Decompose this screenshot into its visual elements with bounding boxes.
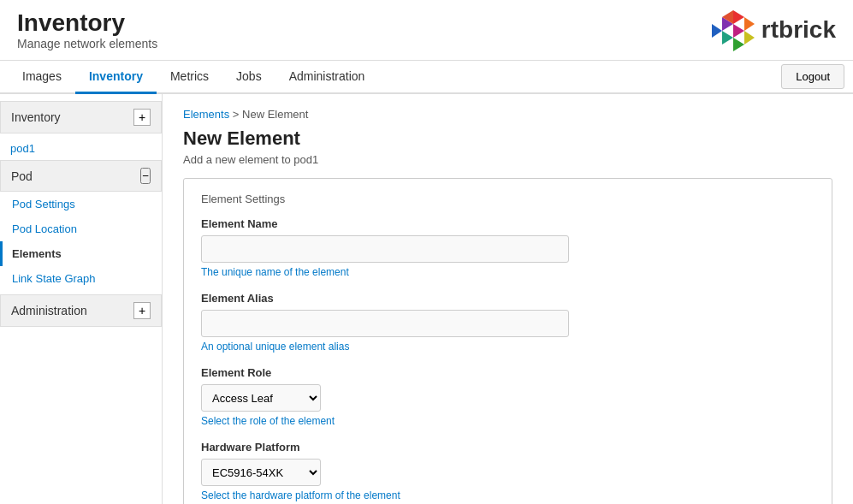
svg-marker-7 [733, 24, 744, 38]
svg-marker-3 [733, 38, 744, 51]
sidebar-inventory-header[interactable]: Inventory + [0, 101, 162, 133]
page-title: New Element [183, 127, 832, 150]
element-role-label: Element Role [201, 366, 814, 379]
sidebar-pod-section: Pod − Pod Settings Pod Location Elements… [0, 160, 162, 291]
breadcrumb: Elements > New Element [183, 108, 832, 121]
element-role-hint: Select the role of the element [201, 415, 814, 427]
element-alias-group: Element Alias An optional unique element… [201, 292, 814, 353]
element-name-hint: The unique name of the element [201, 266, 814, 278]
element-alias-hint: An optional unique element alias [201, 341, 814, 353]
main-content: Elements > New Element New Element Add a… [163, 94, 853, 504]
logo-icon [712, 9, 755, 51]
app-subtitle: Manage network elements [17, 37, 712, 50]
element-role-select[interactable]: Access Leaf Core Spine Leaf [201, 384, 321, 412]
element-name-input[interactable] [201, 235, 569, 263]
sidebar-admin-toggle[interactable]: + [133, 302, 151, 319]
breadcrumb-current: New Element [242, 108, 308, 121]
form-section-title: Element Settings [201, 193, 814, 205]
page-subtitle: Add a new element to pod1 [183, 153, 832, 166]
sidebar-admin-header[interactable]: Administration + [0, 294, 162, 327]
svg-marker-2 [744, 31, 755, 44]
main-nav: Images Inventory Metrics Jobs Administra… [0, 61, 853, 94]
svg-marker-5 [712, 24, 722, 38]
header-title-block: Inventory Manage network elements [17, 9, 712, 50]
nav-item-inventory[interactable]: Inventory [75, 61, 157, 94]
hardware-platform-label: Hardware Platform [201, 441, 814, 454]
page-layout: Inventory + pod1 Pod − Pod Settings Pod … [0, 94, 853, 504]
breadcrumb-separator: > [229, 108, 242, 121]
element-alias-label: Element Alias [201, 292, 814, 305]
hardware-platform-hint: Select the hardware platform of the elem… [201, 489, 814, 501]
sidebar-link-pod-location[interactable]: Pod Location [0, 216, 162, 241]
nav-item-images[interactable]: Images [9, 61, 75, 94]
nav-item-jobs[interactable]: Jobs [222, 61, 275, 94]
element-alias-input[interactable] [201, 310, 569, 337]
sidebar-admin-label: Administration [11, 304, 87, 317]
sidebar-link-elements[interactable]: Elements [0, 241, 162, 266]
sidebar-link-link-state-graph[interactable]: Link State Graph [0, 266, 162, 291]
svg-marker-1 [744, 17, 755, 31]
sidebar: Inventory + pod1 Pod − Pod Settings Pod … [0, 94, 163, 504]
nav-item-metrics[interactable]: Metrics [157, 61, 222, 94]
nav-item-administration[interactable]: Administration [275, 61, 379, 94]
header: Inventory Manage network elements rtbric… [0, 0, 853, 61]
logo: rtbrick [712, 9, 836, 51]
svg-marker-4 [722, 31, 733, 44]
sidebar-pod-header[interactable]: Pod − [0, 160, 162, 192]
sidebar-admin-section: Administration + [0, 294, 162, 327]
app-title: Inventory [17, 9, 712, 37]
element-name-label: Element Name [201, 217, 814, 230]
svg-marker-0 [733, 10, 744, 24]
element-settings-form: Element Settings Element Name The unique… [183, 178, 832, 504]
element-role-group: Element Role Access Leaf Core Spine Leaf… [201, 366, 814, 427]
sidebar-link-pod-settings[interactable]: Pod Settings [0, 192, 162, 216]
sidebar-inventory-label: Inventory [11, 110, 61, 124]
breadcrumb-elements-link[interactable]: Elements [183, 108, 229, 121]
sidebar-inventory-toggle[interactable]: + [133, 109, 151, 126]
logout-button[interactable]: Logout [781, 64, 844, 89]
logo-text: rtbrick [761, 16, 836, 44]
pod-label: pod1 [0, 137, 162, 160]
sidebar-pod-label: Pod [11, 169, 33, 183]
element-name-group: Element Name The unique name of the elem… [201, 217, 814, 278]
hardware-platform-group: Hardware Platform EC5916-54XK EC5916-54P… [201, 441, 814, 501]
hardware-platform-select[interactable]: EC5916-54XK EC5916-54P EC8000 [201, 459, 321, 486]
sidebar-pod-toggle[interactable]: − [140, 168, 151, 184]
sidebar-inventory-section: Inventory + [0, 101, 162, 133]
